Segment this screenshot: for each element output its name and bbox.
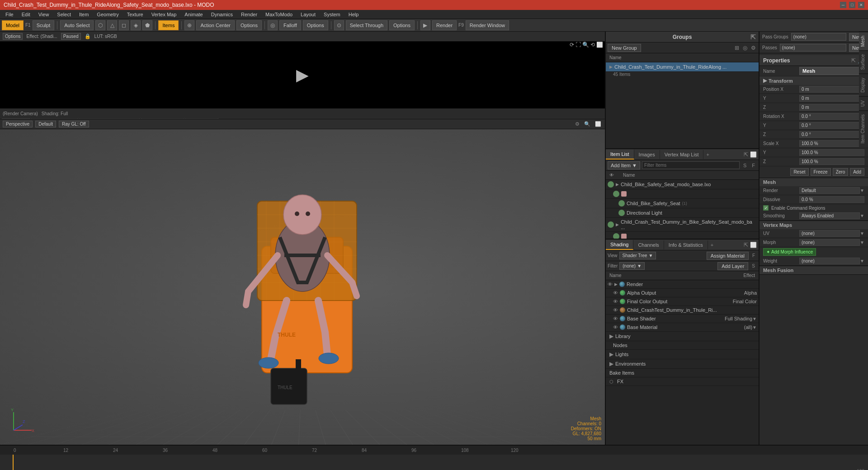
tab-channels[interactable]: Channels — [633, 240, 664, 249]
item-vis-3[interactable] — [618, 210, 625, 216]
action-center-icon[interactable]: ⊕ — [184, 20, 194, 30]
groups-icon-3[interactable]: ⚙ — [750, 45, 757, 51]
tool-icon-3[interactable]: ◻ — [119, 20, 129, 30]
render-options-dropdown[interactable]: Options — [3, 33, 23, 40]
item-vis-5[interactable] — [613, 233, 619, 239]
render-ctrl-5[interactable]: ⬜ — [596, 42, 603, 48]
eye-icon-5[interactable]: 👁 — [613, 324, 618, 330]
item-tab-icon-2[interactable]: ⬜ — [750, 151, 757, 158]
menu-geometry[interactable]: Geometry — [93, 11, 122, 18]
tab-shading[interactable]: Shading — [606, 240, 633, 250]
shading-row-lights[interactable]: ▶ Lights — [606, 350, 759, 359]
timeline-cursor[interactable] — [13, 455, 14, 470]
tab-vertex-map-list[interactable]: Vertex Map List — [660, 150, 704, 159]
shading-row-fx[interactable]: ⬡ FX — [606, 377, 759, 386]
eye-icon-2[interactable]: 👁 — [613, 299, 618, 304]
scene-3d[interactable]: THULE THULE Mesh Channels: 0 Deformers: … — [0, 129, 605, 445]
menu-item[interactable]: Item — [75, 11, 92, 18]
item-row-1[interactable] — [606, 189, 759, 199]
prop-mesh-fusion-header[interactable]: Mesh Fusion — [760, 266, 868, 274]
render-paused-dropdown[interactable]: Paused — [61, 33, 81, 40]
menu-view[interactable]: View — [35, 11, 53, 18]
prop-pos-y[interactable]: 0 m — [799, 95, 864, 102]
menu-vertex-map[interactable]: Vertex Map — [148, 11, 180, 18]
tab-images[interactable]: Images — [634, 150, 660, 159]
action-center-btn[interactable]: Action Center — [196, 20, 235, 30]
maximize-btn[interactable]: □ — [849, 2, 855, 8]
timeline-body[interactable]: 120 — [0, 455, 868, 470]
tool-icon-2[interactable]: △ — [107, 20, 117, 30]
menu-dynamics[interactable]: Dynamics — [208, 11, 236, 18]
prop-mesh-header[interactable]: Mesh — [760, 178, 868, 186]
tab-info-stats[interactable]: Info & Statistics — [664, 240, 708, 249]
prop-vertex-maps-header[interactable]: Vertex Maps — [760, 221, 868, 229]
prop-name-value[interactable]: Mesh — [799, 67, 864, 75]
prop-transform-header[interactable]: ▶ Transform — [760, 76, 868, 85]
add-item-btn[interactable]: Add Item ▼ — [608, 161, 640, 169]
render-btn[interactable]: Render — [432, 20, 457, 30]
eye-icon-0[interactable]: 👁 — [608, 282, 613, 287]
render-ctrl-4[interactable]: ⟲ — [590, 42, 595, 48]
prop-smoothing-value[interactable]: Always Enabled — [799, 212, 860, 219]
shading-row-4[interactable]: 👁 Base Shader Full Shading▼ — [606, 315, 759, 323]
groups-item-0[interactable]: ▶ Child_Crash_Test_Dummy_in_Thule_RideAl… — [606, 62, 759, 72]
prop-dissolve-value[interactable]: 0.0 % — [799, 196, 864, 203]
shading-row-bake[interactable]: Bake Items — [606, 369, 759, 377]
prop-render-value[interactable]: Default — [799, 187, 860, 194]
prop-pos-x[interactable]: 0 m — [799, 86, 864, 93]
passes-dropdown[interactable]: (none) — [780, 44, 846, 52]
item-row-2[interactable]: Child_Bike_Safety_Seat (1) — [606, 199, 759, 208]
eye-icon-1[interactable]: 👁 — [613, 290, 618, 296]
shading-row-1[interactable]: 👁 Alpha Output Alpha — [606, 289, 759, 297]
prop-rot-x[interactable]: 0.0 ° — [799, 113, 864, 120]
vp-perspective-btn[interactable]: Perspective — [3, 121, 33, 127]
item-tab-add[interactable]: + — [703, 150, 712, 159]
menu-maxtomodo[interactable]: MaxToModo — [262, 11, 296, 18]
menu-help[interactable]: Help — [345, 11, 363, 18]
prop-scale-z[interactable]: 100.0 % — [799, 158, 864, 165]
shading-icon-2[interactable]: ⬜ — [750, 242, 757, 248]
add-btn[interactable]: Add — [850, 168, 864, 176]
tool-icon-4[interactable]: ◈ — [131, 20, 141, 30]
vp-settings-icon[interactable]: ⚙ — [574, 121, 580, 127]
minimize-btn[interactable]: ─ — [840, 2, 846, 8]
falloff-btn[interactable]: Falloff — [279, 20, 301, 30]
render-icon[interactable]: ▶ — [420, 20, 430, 30]
edge-tab-item-channels[interactable]: Item Channels — [859, 110, 868, 147]
eye-icon-3[interactable]: 👁 — [613, 307, 618, 313]
pass-groups-dropdown[interactable]: (none) — [791, 33, 846, 41]
assign-material-btn[interactable]: Assign Material — [707, 252, 749, 260]
freeze-btn[interactable]: Freeze — [811, 168, 831, 176]
edge-tab-display[interactable]: Display — [859, 74, 868, 96]
model-btn[interactable]: Model — [2, 20, 24, 30]
render-ctrl-2[interactable]: ⛶ — [576, 42, 581, 48]
sculpt-btn[interactable]: Sculpt — [33, 20, 55, 30]
add-layer-btn[interactable]: Add Layer — [717, 262, 748, 270]
prop-expand-icon[interactable]: ⇱ — [851, 57, 856, 64]
prop-uv-value[interactable]: (none) — [799, 230, 860, 237]
tab-item-list[interactable]: Item List — [606, 150, 634, 160]
shading-icon-1[interactable]: ⇱ — [744, 242, 748, 248]
zero-btn[interactable]: Zero — [833, 168, 849, 176]
item-tab-icon-1[interactable]: ⇱ — [744, 151, 748, 158]
eye-icon-4[interactable]: 👁 — [613, 316, 618, 321]
prop-morph-value[interactable]: (none) — [799, 239, 860, 246]
render-window-btn[interactable]: Render Window — [466, 20, 509, 30]
edge-tab-uv[interactable]: UV — [859, 96, 868, 110]
menu-layout[interactable]: Layout — [297, 11, 319, 18]
shading-row-3[interactable]: 👁 Child_CrashTest_Dummy_in_Thule_Ri... — [606, 306, 759, 315]
shading-row-environments[interactable]: ▶ Environments — [606, 359, 759, 369]
item-vis-0[interactable] — [608, 181, 614, 188]
add-morph-btn[interactable]: ✦ Add Morph Influence — [763, 248, 816, 256]
render-ctrl-3[interactable]: 🔍 — [582, 42, 589, 48]
prop-scale-y[interactable]: 100.0 % — [799, 149, 864, 156]
vp-zoom-icon[interactable]: 🔍 — [583, 121, 591, 127]
item-vis-2[interactable] — [618, 200, 625, 207]
shading-row-2[interactable]: 👁 Final Color Output Final Color — [606, 297, 759, 306]
tool-icon-5[interactable]: ⬟ — [142, 20, 152, 30]
prop-rot-z[interactable]: 0.0 ° — [799, 131, 864, 138]
shading-row-library[interactable]: ▶ Library — [606, 332, 759, 341]
prop-rot-y[interactable]: 0.0 ° — [799, 122, 864, 129]
render-ctrl-1[interactable]: ⟳ — [570, 42, 574, 48]
items-btn[interactable]: Items — [158, 20, 179, 30]
